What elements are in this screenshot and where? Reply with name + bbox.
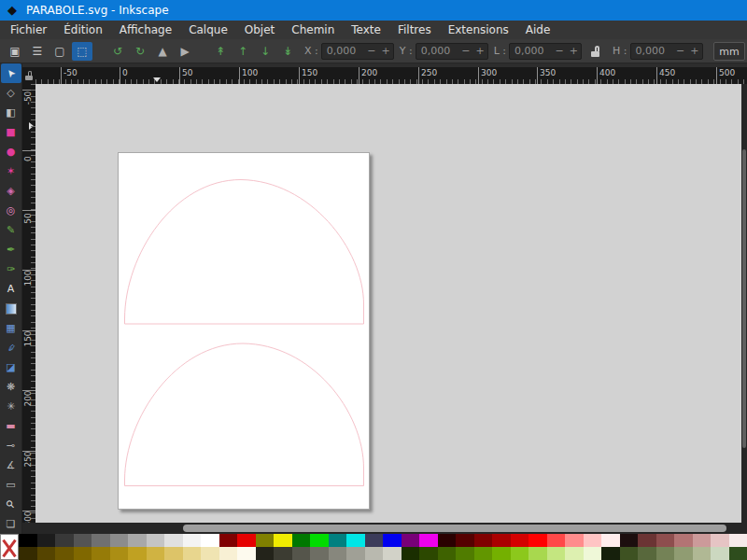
color-swatch[interactable] bbox=[92, 547, 110, 560]
star-tool[interactable]: ✶ bbox=[1, 161, 21, 181]
color-swatch[interactable] bbox=[729, 547, 747, 560]
color-swatch[interactable] bbox=[474, 547, 493, 560]
measure-tool[interactable]: ∡ bbox=[1, 455, 21, 475]
color-swatch[interactable] bbox=[346, 534, 365, 547]
y-input[interactable]: 0,000−+ bbox=[416, 43, 488, 60]
deselect-button[interactable]: ▢ bbox=[49, 42, 70, 61]
color-swatch[interactable] bbox=[656, 534, 675, 547]
spray-tool[interactable]: ✳ bbox=[1, 397, 21, 416]
horizontal-ruler[interactable]: -50050100150200250300350400450500 bbox=[35, 67, 747, 84]
color-swatch[interactable] bbox=[711, 547, 729, 560]
color-swatch[interactable] bbox=[147, 534, 165, 547]
menu-item-objet[interactable]: Objet bbox=[236, 21, 283, 38]
menu-item-filtres[interactable]: Filtres bbox=[389, 21, 440, 38]
node-tool[interactable]: ◇ bbox=[1, 83, 21, 103]
color-swatch[interactable] bbox=[329, 547, 347, 560]
color-swatch[interactable] bbox=[402, 547, 420, 560]
no-color-swatch[interactable] bbox=[0, 534, 19, 560]
color-swatch[interactable] bbox=[620, 547, 639, 560]
y-decrement-button[interactable]: − bbox=[458, 45, 472, 57]
color-swatch[interactable] bbox=[128, 547, 147, 560]
calligraphy-tool[interactable]: ✑ bbox=[1, 259, 21, 279]
flip-horizontal-button[interactable]: ▲ bbox=[152, 42, 173, 61]
color-swatch[interactable] bbox=[128, 534, 147, 547]
color-swatch[interactable] bbox=[729, 534, 747, 547]
color-swatch[interactable] bbox=[383, 547, 402, 560]
color-swatch[interactable] bbox=[674, 547, 693, 560]
zoom-tool[interactable]: ⚲ bbox=[1, 495, 21, 514]
color-swatch[interactable] bbox=[711, 534, 729, 547]
color-swatch[interactable] bbox=[256, 547, 275, 560]
color-swatch[interactable] bbox=[584, 534, 602, 547]
h-input[interactable]: 0,000−+ bbox=[630, 43, 703, 60]
rotate-cw-button[interactable]: ↻ bbox=[130, 42, 150, 61]
color-swatch[interactable] bbox=[292, 547, 311, 560]
flip-vertical-button[interactable]: ▶ bbox=[175, 42, 195, 61]
color-swatch[interactable] bbox=[601, 534, 620, 547]
paint-bucket-tool[interactable]: ◪ bbox=[1, 357, 21, 377]
spiral-tool[interactable]: ◎ bbox=[1, 201, 21, 220]
color-swatch[interactable] bbox=[55, 534, 74, 547]
color-swatch[interactable] bbox=[511, 534, 529, 547]
color-swatch[interactable] bbox=[201, 547, 219, 560]
x-increment-button[interactable]: + bbox=[379, 45, 393, 57]
color-swatch[interactable] bbox=[183, 534, 202, 547]
color-swatch[interactable] bbox=[456, 534, 474, 547]
color-swatch[interactable] bbox=[292, 534, 311, 547]
h-increment-button[interactable]: + bbox=[687, 45, 701, 57]
h-decrement-button[interactable]: − bbox=[673, 45, 687, 57]
color-swatch[interactable] bbox=[256, 534, 275, 547]
color-swatch[interactable] bbox=[310, 534, 329, 547]
color-swatch[interactable] bbox=[693, 547, 712, 560]
color-swatch[interactable] bbox=[346, 547, 365, 560]
color-swatch[interactable] bbox=[365, 547, 384, 560]
color-swatch[interactable] bbox=[511, 547, 529, 560]
color-swatch[interactable] bbox=[237, 547, 256, 560]
color-swatch[interactable] bbox=[37, 534, 56, 547]
color-swatch[interactable] bbox=[656, 547, 675, 560]
color-swatch[interactable] bbox=[201, 534, 219, 547]
shape-builder-tool[interactable]: ◧ bbox=[1, 103, 21, 122]
color-swatch[interactable] bbox=[274, 547, 292, 560]
rectangle-tool[interactable]: ■ bbox=[1, 122, 21, 142]
canvas[interactable] bbox=[35, 84, 741, 523]
page-tool[interactable]: ▭ bbox=[1, 475, 21, 495]
color-swatch[interactable] bbox=[110, 534, 129, 547]
l-decrement-button[interactable]: − bbox=[553, 45, 567, 57]
mesh-gradient-tool[interactable]: ▦ bbox=[1, 318, 21, 338]
color-swatch[interactable] bbox=[438, 547, 457, 560]
color-swatch[interactable] bbox=[19, 534, 37, 547]
color-swatch[interactable] bbox=[638, 534, 656, 547]
box-3d-tool[interactable]: ◈ bbox=[1, 181, 21, 201]
color-swatch[interactable] bbox=[274, 534, 292, 547]
color-swatch[interactable] bbox=[547, 547, 566, 560]
color-swatch[interactable] bbox=[92, 534, 110, 547]
color-swatch[interactable] bbox=[329, 534, 347, 547]
horizontal-scrollbar-thumb[interactable] bbox=[183, 525, 726, 532]
lower-button[interactable]: ↓ bbox=[255, 42, 275, 61]
color-swatch[interactable] bbox=[601, 547, 620, 560]
connector-tool[interactable]: ⊸ bbox=[1, 436, 21, 455]
color-swatch[interactable] bbox=[164, 547, 183, 560]
selection-box-toggle[interactable]: ⬚ bbox=[72, 42, 92, 61]
color-swatch[interactable] bbox=[219, 534, 238, 547]
y-increment-button[interactable]: + bbox=[472, 45, 486, 57]
lower-to-bottom-button[interactable]: ↡ bbox=[277, 42, 298, 61]
color-swatch[interactable] bbox=[74, 547, 92, 560]
color-swatch[interactable] bbox=[474, 534, 493, 547]
color-swatch[interactable] bbox=[74, 534, 92, 547]
menu-item-affichage[interactable]: Affichage bbox=[111, 21, 180, 38]
color-swatch[interactable] bbox=[19, 547, 37, 560]
color-swatch[interactable] bbox=[419, 547, 438, 560]
color-swatch[interactable] bbox=[565, 547, 584, 560]
pen-tool[interactable]: ✒ bbox=[1, 240, 21, 259]
vertical-ruler[interactable]: -50050100150200250300 bbox=[22, 84, 35, 523]
x-input[interactable]: 0,000−+ bbox=[321, 43, 394, 60]
raise-button[interactable]: ↑ bbox=[233, 42, 253, 61]
pencil-tool[interactable]: ✎ bbox=[1, 220, 21, 240]
x-decrement-button[interactable]: − bbox=[364, 45, 378, 57]
color-swatch[interactable] bbox=[492, 547, 511, 560]
color-swatch[interactable] bbox=[237, 534, 256, 547]
horizontal-scrollbar[interactable] bbox=[22, 523, 747, 534]
menu-item-aide[interactable]: Aide bbox=[517, 21, 559, 38]
